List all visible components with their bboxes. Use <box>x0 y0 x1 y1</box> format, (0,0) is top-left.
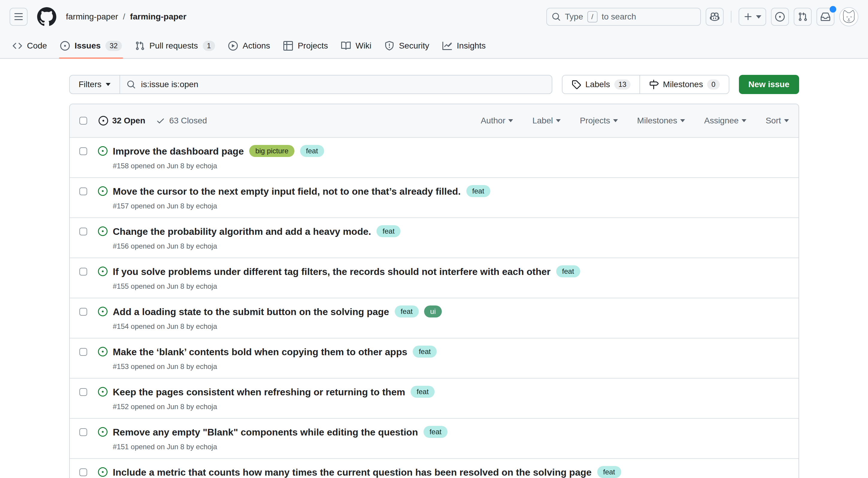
milestones-filter[interactable]: Milestones <box>637 116 685 126</box>
search-placeholder-suffix: to search <box>602 12 636 22</box>
avatar-button[interactable] <box>839 7 859 26</box>
issue-label[interactable]: feat <box>376 225 400 237</box>
issue-meta: #157 opened on Jun 8 by echoja <box>113 202 789 210</box>
milestones-button[interactable]: Milestones 0 <box>640 75 728 93</box>
pull-requests-dashboard-button[interactable] <box>794 8 812 26</box>
inbox-icon <box>821 12 830 22</box>
pull-requests-count-badge: 1 <box>203 41 215 51</box>
hamburger-menu-button[interactable] <box>9 8 28 26</box>
issue-label[interactable]: feat <box>411 386 435 398</box>
issue-title-link[interactable]: Include a metric that counts how many ti… <box>113 467 592 478</box>
github-logo[interactable] <box>37 7 56 26</box>
issue-checkbox[interactable] <box>80 147 87 155</box>
closed-issues-toggle[interactable]: 63 Closed <box>156 116 207 126</box>
issue-title-link[interactable]: If you solve problems under different ta… <box>113 266 551 277</box>
issue-title-link[interactable]: Remove any empty "Blank" components whil… <box>113 427 418 438</box>
select-all-checkbox[interactable] <box>80 117 87 125</box>
issue-title-link[interactable]: Keep the pages consistent when refreshin… <box>113 387 405 397</box>
issue-title-link[interactable]: Change the probability algorithm and add… <box>113 226 371 237</box>
sort-filter[interactable]: Sort <box>766 116 788 126</box>
notifications-button[interactable] <box>816 8 834 26</box>
issue-meta: #152 opened on Jun 8 by echoja <box>113 403 789 411</box>
labels-button[interactable]: Labels 13 <box>562 75 640 93</box>
issue-checkbox[interactable] <box>80 469 87 476</box>
dropdown-label: Milestones <box>637 116 677 126</box>
new-issue-button[interactable]: New issue <box>739 75 799 94</box>
tab-actions[interactable]: Actions <box>223 34 276 58</box>
tab-label: Issues <box>74 41 101 51</box>
tab-security[interactable]: Security <box>379 34 435 58</box>
issue-checkbox[interactable] <box>80 308 87 316</box>
code-icon <box>12 41 22 51</box>
dropdown-label: Label <box>532 116 553 126</box>
filters-dropdown-button[interactable]: Filters <box>70 75 120 93</box>
search-placeholder-prefix: Type <box>565 12 583 22</box>
issue-meta: #155 opened on Jun 8 by echoja <box>113 282 789 290</box>
notification-dot <box>830 6 836 12</box>
issue-label[interactable]: feat <box>413 346 437 358</box>
slash-key-hint: / <box>587 11 597 23</box>
assignee-filter[interactable]: Assignee <box>704 116 746 126</box>
author-filter[interactable]: Author <box>481 116 514 126</box>
tab-issues[interactable]: Issues 32 <box>55 34 127 58</box>
issue-opened-icon <box>60 41 70 51</box>
issue-search-input[interactable] <box>141 79 545 90</box>
dropdown-label: Assignee <box>704 116 739 126</box>
issue-checkbox[interactable] <box>80 268 87 276</box>
issue-title-link[interactable]: Improve the dashboard page <box>113 146 244 157</box>
breadcrumb-repo[interactable]: farming-paper <box>130 12 186 22</box>
tab-label: Security <box>399 41 429 51</box>
issue-label[interactable]: feat <box>556 265 580 277</box>
issue-row: Keep the pages consistent when refreshin… <box>70 378 799 418</box>
issue-label[interactable]: feat <box>597 466 621 478</box>
caret-down-icon <box>508 119 513 122</box>
breadcrumb: farming-paper / farming-paper <box>66 12 186 22</box>
tab-code[interactable]: Code <box>7 34 53 58</box>
issue-title-link[interactable]: Make the ‘blank’ contents bold when copy… <box>113 347 407 357</box>
issues-dashboard-button[interactable] <box>771 8 789 26</box>
issue-label[interactable]: big picture <box>249 145 294 157</box>
tag-icon <box>571 79 581 89</box>
open-issues-toggle[interactable]: 32 Open <box>98 116 145 126</box>
caret-down-icon <box>613 119 618 122</box>
labels-label: Labels <box>585 79 610 89</box>
tab-pull-requests[interactable]: Pull requests 1 <box>130 34 220 58</box>
issue-label[interactable]: feat <box>424 426 447 438</box>
create-new-button[interactable] <box>739 8 766 26</box>
projects-filter[interactable]: Projects <box>580 116 618 126</box>
label-filter[interactable]: Label <box>532 116 561 126</box>
issue-open-icon <box>98 467 107 477</box>
tab-projects[interactable]: Projects <box>278 34 333 58</box>
issue-label[interactable]: feat <box>466 185 490 197</box>
search-icon <box>552 12 561 21</box>
copilot-icon <box>710 12 719 22</box>
issue-search-box <box>120 75 552 93</box>
tab-insights[interactable]: Insights <box>437 34 491 58</box>
issue-row: Include a metric that counts how many ti… <box>70 458 799 478</box>
header-divider <box>731 11 732 23</box>
issue-open-icon <box>98 226 107 236</box>
issue-row: Remove any empty "Blank" components whil… <box>70 418 799 458</box>
issue-checkbox[interactable] <box>80 388 87 396</box>
issue-label[interactable]: feat <box>300 145 324 157</box>
issue-label[interactable]: ui <box>424 306 442 317</box>
issue-open-icon <box>98 427 107 437</box>
issue-checkbox[interactable] <box>80 428 87 436</box>
labels-count-badge: 13 <box>614 79 631 90</box>
tab-label: Code <box>27 41 47 51</box>
issue-checkbox[interactable] <box>80 188 87 195</box>
issues-list-header: 32 Open 63 Closed Author Label Projects … <box>70 104 799 137</box>
tab-wiki[interactable]: Wiki <box>336 34 377 58</box>
issue-checkbox[interactable] <box>80 228 87 235</box>
three-bars-icon <box>14 12 23 22</box>
global-search-button[interactable]: Type / to search <box>546 8 701 26</box>
issue-label[interactable]: feat <box>395 306 419 317</box>
issue-row: Move the cursor to the next empty input … <box>70 177 799 217</box>
issue-row: Make the ‘blank’ contents bold when copy… <box>70 338 799 378</box>
copilot-button[interactable] <box>706 8 724 26</box>
issue-title-link[interactable]: Move the cursor to the next empty input … <box>113 186 461 197</box>
labels-milestones-group: Labels 13 Milestones 0 <box>562 75 729 94</box>
issue-title-link[interactable]: Add a loading state to the submit button… <box>113 307 390 317</box>
issue-checkbox[interactable] <box>80 348 87 356</box>
breadcrumb-owner[interactable]: farming-paper <box>66 12 118 22</box>
